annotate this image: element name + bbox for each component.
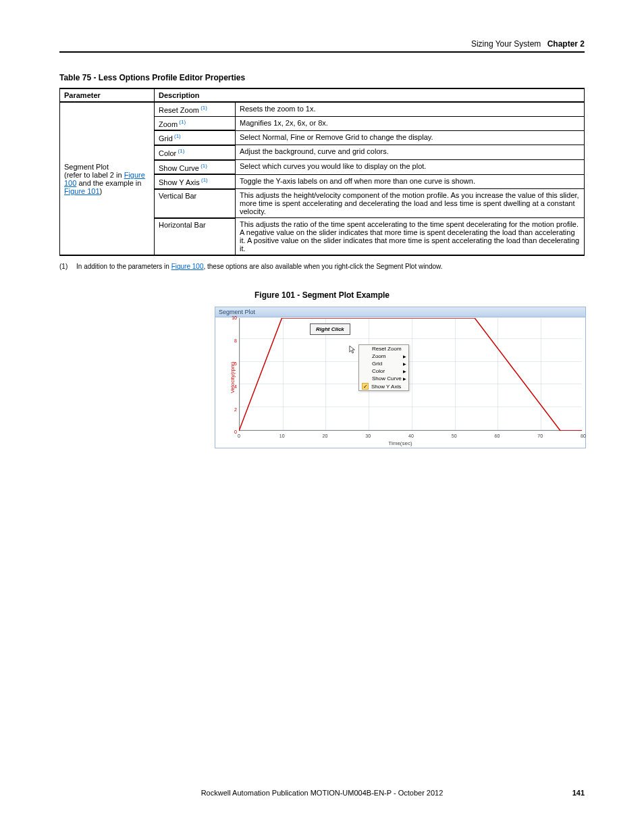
- param-name: Show Curve (1): [155, 160, 236, 175]
- context-menu-label: Grid: [372, 361, 382, 367]
- check-icon: ✓: [362, 383, 369, 390]
- context-menu-label: Show Curve: [372, 375, 402, 382]
- footnote-post: , these options are also available when …: [203, 263, 442, 270]
- context-menu-label: Show Y Axis: [371, 384, 401, 390]
- properties-table: Parameter Description Segment Plot(refer…: [59, 88, 585, 256]
- param-name: Vertical Bar: [155, 189, 236, 218]
- cursor-icon: [349, 345, 356, 355]
- footer-page: 141: [572, 789, 585, 797]
- y-tick: 10: [230, 315, 237, 320]
- x-tick: 40: [408, 434, 414, 438]
- y-tick: 0: [230, 429, 237, 434]
- context-menu-label: Zoom: [372, 353, 385, 359]
- segment-plot-panel: Segment Plot Velocity(rpm) Time(sec) 024…: [215, 307, 586, 448]
- context-menu-item[interactable]: Zoom▶: [359, 353, 408, 360]
- x-tick: 50: [452, 434, 457, 438]
- x-tick: 60: [495, 434, 500, 438]
- param-desc: Magnifies 1x, 2x, 6x, or 8x.: [236, 116, 585, 130]
- page-header: Sizing Your System Chapter 2: [59, 39, 585, 53]
- context-menu-item[interactable]: ✓Show Y Axis: [359, 382, 408, 390]
- param-desc: Select which curves you would like to di…: [236, 160, 585, 175]
- x-tick: 0: [238, 434, 240, 438]
- param-desc: This adjusts the ratio of the time spent…: [236, 218, 585, 256]
- submenu-arrow-icon: ▶: [403, 361, 406, 366]
- y-tick: 4: [230, 384, 237, 389]
- context-menu-label: Reset Zoom: [372, 346, 402, 352]
- footnote-pre: In addition to the parameters in: [76, 263, 171, 270]
- figure-title: Figure 101 - Segment Plot Example: [59, 290, 585, 300]
- y-tick: 2: [230, 407, 237, 412]
- table-footnote: (1) In addition to the parameters in Fig…: [59, 263, 585, 270]
- param-desc: Resets the zoom to 1x.: [236, 102, 585, 116]
- x-tick: 80: [581, 434, 586, 438]
- velocity-curve: [239, 318, 582, 431]
- footer-publication: Rockwell Automation Publication MOTION-U…: [201, 789, 444, 797]
- param-desc: Adjust the background, curve and grid co…: [236, 145, 585, 160]
- right-click-callout: Right Click: [310, 323, 350, 335]
- context-menu-item[interactable]: Show Curve▶: [359, 375, 408, 382]
- param-name: Color (1): [155, 145, 236, 160]
- context-menu-label: Color: [372, 368, 385, 374]
- figure-101-link[interactable]: Figure 101: [64, 187, 100, 195]
- context-menu[interactable]: Reset ZoomZoom▶Grid▶Color▶Show Curve▶✓Sh…: [358, 344, 409, 391]
- x-tick: 70: [537, 434, 543, 438]
- submenu-arrow-icon: ▶: [403, 369, 406, 373]
- param-name: Reset Zoom (1): [155, 102, 236, 116]
- context-menu-item[interactable]: Grid▶: [359, 360, 408, 367]
- param-name: Show Y Axis (1): [155, 174, 236, 189]
- submenu-arrow-icon: ▶: [403, 376, 406, 381]
- rowgroup-label: Segment Plot(refer to label 2 in Figure …: [60, 102, 155, 255]
- context-menu-item[interactable]: Color▶: [359, 367, 408, 375]
- th-parameter: Parameter: [60, 88, 155, 102]
- param-name: Grid (1): [155, 130, 236, 145]
- footnote-link[interactable]: Figure 100: [171, 263, 204, 270]
- x-tick: 20: [323, 434, 328, 438]
- submenu-arrow-icon: ▶: [403, 354, 406, 359]
- x-tick: 30: [365, 434, 371, 438]
- param-desc: This adjusts the height/velocity compone…: [236, 189, 585, 218]
- x-tick: 10: [279, 434, 285, 438]
- param-name: Zoom (1): [155, 116, 236, 130]
- header-section: Sizing Your System: [471, 39, 541, 49]
- footnote-num: (1): [59, 263, 68, 270]
- table-title: Table 75 - Less Options Profile Editor P…: [59, 73, 585, 82]
- param-name: Horizontal Bar: [155, 218, 236, 256]
- y-tick: 8: [230, 338, 237, 343]
- param-desc: Select Normal, Fine or Remove Grid to ch…: [236, 130, 585, 145]
- th-description: Description: [155, 88, 585, 102]
- x-axis-label: Time(sec): [388, 440, 412, 446]
- param-desc: Toggle the Y-axis labels on and off when…: [236, 174, 585, 189]
- y-tick: 6: [230, 361, 237, 366]
- header-chapter: Chapter 2: [547, 39, 585, 49]
- segment-plot-titlebar: Segment Plot: [215, 307, 585, 317]
- page-footer: Rockwell Automation Publication MOTION-U…: [59, 789, 585, 797]
- context-menu-item[interactable]: Reset Zoom: [359, 345, 408, 353]
